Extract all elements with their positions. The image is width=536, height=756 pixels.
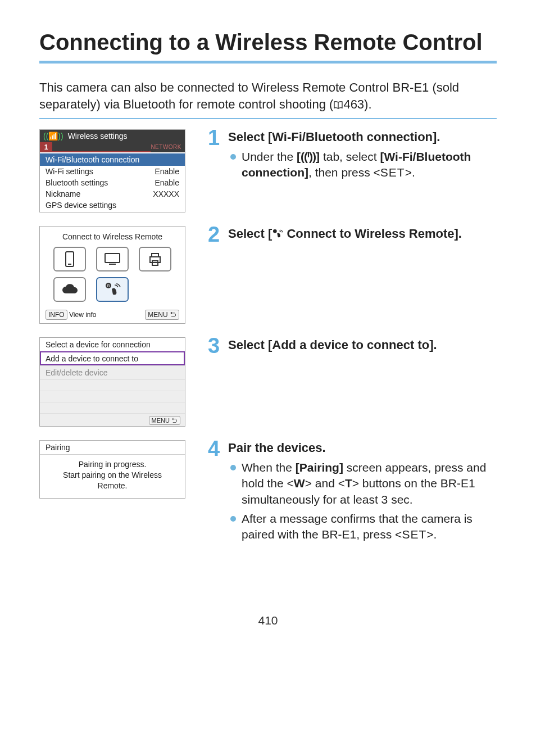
screenshot-wireless-settings: ((📶)) Wireless settings 1 NETWORK Wi-Fi/… <box>39 129 185 212</box>
step-number-4: 4 <box>208 439 224 458</box>
monitor-icon <box>96 247 129 271</box>
screenshot-header: Wireless settings <box>68 132 128 141</box>
menu-row-wifi-bt-connection: Wi-Fi/Bluetooth connection <box>40 153 185 166</box>
step4-heading: Pair the devices. <box>228 440 497 456</box>
antenna-icon: ((📶)) <box>43 132 63 141</box>
svg-rect-3 <box>109 264 116 265</box>
screenshot3-header: Select a device for connection <box>40 338 185 351</box>
title-underline <box>39 61 497 64</box>
edit-delete-item: Edit/delete device <box>40 365 185 379</box>
menu-row-bluetooth-settings: Bluetooth settingsEnable <box>40 177 185 188</box>
step4-bullet-2: After a message confirms that the camera… <box>228 511 497 543</box>
network-label: NETWORK <box>151 142 185 152</box>
info-button: INFO <box>46 310 67 320</box>
step2-heading: Select [ Connect to Wireless Remote]. <box>228 226 497 242</box>
step3-heading: Select [Add a device to connect to]. <box>228 337 497 354</box>
view-info-label: View info <box>69 311 96 319</box>
bt-remote-icon: B <box>96 277 129 302</box>
intro-text: This camera can also be connected to Wir… <box>39 79 497 114</box>
svg-rect-2 <box>105 253 120 262</box>
svg-rect-1 <box>68 264 71 265</box>
pairing-message: Pairing in progress. Start pairing on th… <box>40 455 185 491</box>
menu-button: MENU ⮌ <box>145 310 179 320</box>
menu-row-wifi-settings: Wi-Fi settingsEnable <box>40 166 185 177</box>
menu-row-nickname: NicknameXXXXX <box>40 188 185 200</box>
step1-bullet-1: Under the [((ᴵ))] tab, select [Wi-Fi/Blu… <box>228 149 497 181</box>
screenshot-select-device: Select a device for connection Add a dev… <box>39 337 185 427</box>
printer-icon <box>139 247 171 271</box>
cloud-icon <box>53 277 86 302</box>
book-icon <box>333 97 343 114</box>
page-number: 410 <box>39 614 497 627</box>
svg-text:B: B <box>107 284 110 288</box>
screenshot-pairing: Pairing Pairing in progress. Start pairi… <box>39 440 185 499</box>
step4-bullet-1: When the [Pairing] screen appears, press… <box>228 460 497 508</box>
pairing-header: Pairing <box>40 443 185 455</box>
svg-point-6 <box>273 229 277 233</box>
intro-underline <box>39 118 497 119</box>
step1-heading: Select [Wi-Fi/Bluetooth connection]. <box>228 129 497 146</box>
menu-button: MENU ⮌ <box>149 416 180 425</box>
smartphone-icon <box>53 247 86 271</box>
screenshot2-header: Connect to Wireless Remote <box>46 232 179 241</box>
step-number-3: 3 <box>208 336 224 355</box>
add-device-item: Add a device to connect to <box>40 351 185 365</box>
step-number-2: 2 <box>208 225 224 244</box>
menu-tab-1: 1 <box>40 142 52 152</box>
screenshot-connect-remote: Connect to Wireless Remote <box>39 226 185 324</box>
bt-remote-inline-icon <box>272 227 283 241</box>
page-title: Connecting to a Wireless Remote Control <box>39 28 497 56</box>
step-number-1: 1 <box>208 128 224 147</box>
menu-row-gps: GPS device settings <box>40 200 185 211</box>
